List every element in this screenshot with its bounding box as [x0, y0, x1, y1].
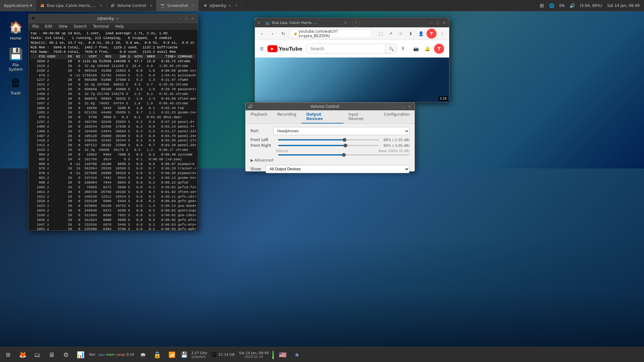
- bottom-clock[interactable]: Sat 14 Jan, 08:49 2023-01-14: [237, 351, 271, 359]
- yt-upload-btn[interactable]: 📷: [411, 44, 420, 53]
- front-right-slider-thumb[interactable]: [344, 144, 347, 147]
- show-select[interactable]: All Output Devices: [266, 165, 410, 173]
- terminal-line: %Cpu(s): 60.1 us, 13.7 sy, 0.0 ni, 26.2 …: [30, 41, 196, 45]
- terminal-line: 954 z 20 0 15852 9464 7608 S 0.3 0.2 0:0…: [30, 152, 196, 157]
- browser-bookmark-btn[interactable]: ☆: [396, 29, 405, 38]
- terminal-close-btn[interactable]: ✕: [190, 16, 195, 21]
- vtab-output[interactable]: Output Devices: [301, 110, 344, 123]
- tray-workspace-btn[interactable]: ⊞: [538, 0, 546, 11]
- terminal-menu-file[interactable]: File: [30, 24, 41, 29]
- front-left-slider-thumb[interactable]: [343, 138, 346, 142]
- browser-maximize-btn[interactable]: □: [435, 20, 440, 25]
- base-slider-thumb[interactable]: [342, 153, 346, 157]
- browser-forward-btn[interactable]: ›: [268, 29, 277, 38]
- terminal-line: 1410 z 20 0 238428 32492 26344 S 0.3 0.8…: [30, 138, 196, 143]
- terminal-line: 1984 z 20 0 10256 3944 3208 R 1.0 0.1 0:…: [30, 106, 196, 111]
- app-menu-button[interactable]: Applications ▾: [0, 0, 36, 11]
- terminal-minimize-btn[interactable]: —: [178, 16, 183, 21]
- port-row: Port: Headphones: [250, 127, 410, 135]
- youtube-logo[interactable]: ▶ YouTube: [267, 45, 302, 52]
- yt-profile-btn[interactable]: T: [434, 44, 444, 54]
- browser-download-btn[interactable]: ⬇: [406, 29, 415, 38]
- browser-minimize-btn[interactable]: —: [429, 20, 434, 25]
- vtab-input[interactable]: Input Devices: [344, 110, 379, 123]
- desktop-icon-filesystem[interactable]: 💾 File System: [3, 44, 28, 74]
- terminal-menu-view[interactable]: View: [56, 24, 70, 29]
- terminal-menu-help[interactable]: Help: [113, 24, 126, 29]
- tray-volume[interactable]: 🔊: [568, 0, 577, 11]
- video-thumbnail[interactable]: 3:28: [255, 58, 449, 102]
- tab-volume-close[interactable]: ✕: [150, 4, 152, 7]
- tray-battery[interactable]: (5:04, 89%): [578, 0, 604, 11]
- battery-bar: [272, 350, 274, 359]
- wifi-icon: 📶: [168, 351, 175, 358]
- browser-back-btn[interactable]: ‹: [257, 29, 266, 38]
- app-icon: a: [295, 352, 299, 358]
- terminal-line: PID USER PR NI VIRT RES SHR S %CPU %MEM …: [30, 54, 196, 59]
- browser-more-btn[interactable]: ⋮: [438, 29, 447, 38]
- tab-screenshot-close[interactable]: ✕: [192, 4, 195, 7]
- terminal-menu-edit[interactable]: Edit: [42, 24, 55, 29]
- terminal-content[interactable]: top - 08:49:08 up 19 min, 1 user, load a…: [29, 30, 198, 230]
- tab-music[interactable]: 🦊 Dua Lipa, Calvin Harris, ... ✕: [36, 0, 107, 11]
- home-icon: 🏠: [8, 20, 23, 35]
- browser-tab-close[interactable]: ✕: [344, 21, 347, 25]
- silence-labels: Silence Base 100% (0 dB): [250, 149, 410, 154]
- tab-music-close[interactable]: ✕: [100, 4, 102, 7]
- browser-sidebar-btn[interactable]: ☰: [257, 21, 260, 25]
- yt-bell-btn[interactable]: 🔔: [423, 44, 432, 53]
- vtab-playback[interactable]: Playback: [245, 110, 272, 123]
- volume-maximize-btn[interactable]: □: [401, 104, 406, 109]
- terminal-line: 1217 z 20 0 566280 51808 37568 S 5.2 1.3…: [30, 78, 196, 82]
- terminal-maximize-btn[interactable]: □: [184, 16, 189, 21]
- bottom-terminal-btn[interactable]: 🖥: [45, 348, 58, 361]
- browser-reload-btn[interactable]: ↻: [279, 29, 288, 38]
- filesystem-icon: 💾: [8, 47, 23, 62]
- show-row: Show: All Output Devices: [250, 164, 410, 174]
- yt-hamburger-icon[interactable]: ☰: [260, 47, 264, 51]
- volume-close-btn[interactable]: ✕: [407, 104, 412, 109]
- bottom-settings-btn[interactable]: ⚙: [59, 348, 73, 361]
- browser-cast-btn[interactable]: ⬚: [376, 29, 385, 38]
- browser-share-btn[interactable]: ↗: [386, 29, 395, 38]
- vtab-recording[interactable]: Recording: [272, 110, 301, 123]
- bottom-vpn-btn[interactable]: 🔒: [151, 348, 164, 361]
- vtab-config-label: Configuration: [384, 112, 410, 117]
- browser-close-btn[interactable]: ✕: [442, 20, 447, 25]
- bottom-disk-btn[interactable]: 💾: [179, 351, 189, 358]
- base-label: Base 100% (0 dB): [378, 149, 410, 153]
- base-slider-fill: [278, 154, 344, 156]
- volume-minimize-btn[interactable]: —: [394, 104, 399, 109]
- vtab-config[interactable]: Configuration: [379, 110, 415, 123]
- browser-profile-avatar[interactable]: T: [427, 29, 437, 39]
- bottom-workspace-btn[interactable]: ⊞: [1, 348, 15, 361]
- tab-volume[interactable]: 🔊 Volume Control ✕: [107, 0, 157, 11]
- tray-lang[interactable]: EN: [558, 0, 567, 11]
- tray-datetime[interactable]: Sat 14 Jan, 08:49: [605, 0, 641, 11]
- address-bar[interactable]: 🔒 youtube.com/watch?v=pjxa_BEZOHU: [289, 29, 372, 38]
- desktop-icon-trash[interactable]: 🗑 Trash: [3, 72, 28, 98]
- youtube-mic-btn[interactable]: 🎙: [399, 44, 408, 53]
- tab-terminal[interactable]: 🖥 z@winky: ~ ✕: [199, 0, 242, 11]
- tab-terminal-close[interactable]: ✕: [235, 4, 238, 7]
- advanced-toggle[interactable]: ▶ Advanced: [250, 157, 410, 164]
- port-select[interactable]: Headphones: [273, 127, 410, 135]
- tab-screenshot[interactable]: 📷 Screenshot ✕: [157, 0, 199, 11]
- browser-active-tab[interactable]: 📺 Dua Lipa, Calvin Harris, ... ✕: [262, 19, 350, 26]
- youtube-search-input[interactable]: [306, 44, 385, 54]
- desktop-icon-home[interactable]: 🏠 Home: [3, 17, 28, 43]
- bottom-app-btn[interactable]: a: [290, 348, 304, 361]
- terminal-menu-terminal[interactable]: Terminal: [91, 24, 112, 29]
- youtube-search-button[interactable]: 🔍: [385, 44, 398, 54]
- tray-network[interactable]: 🌐: [547, 0, 556, 11]
- bottom-browser-btn[interactable]: 🦊: [16, 348, 30, 361]
- bottom-flag-btn[interactable]: 🇺🇸: [276, 348, 289, 361]
- terminal-menu-search[interactable]: Search: [71, 24, 89, 29]
- bottom-weather-btn[interactable]: 🌧: [136, 348, 150, 361]
- browser-account-btn[interactable]: 👤: [416, 29, 425, 38]
- bottom-wifi-btn[interactable]: 📶: [165, 348, 179, 361]
- browser-new-tab-btn[interactable]: +: [352, 19, 360, 26]
- bottom-files-btn[interactable]: 🗂: [30, 348, 44, 361]
- terminal-line: 1003 z 20 0 79988 8272 5600 S 0.0 0.2 0:…: [30, 185, 196, 190]
- bottom-chart-btn[interactable]: 📊: [74, 348, 87, 361]
